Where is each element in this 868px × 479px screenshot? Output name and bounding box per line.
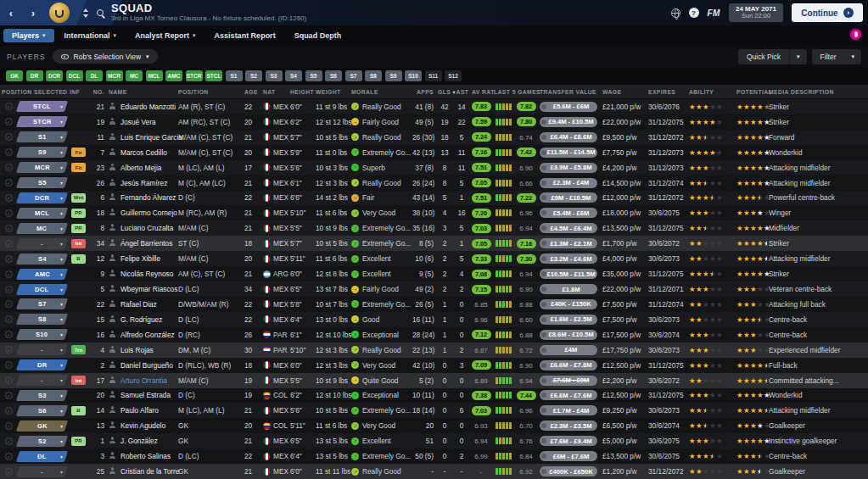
table-row[interactable]: ✓ DCR▾ Wnt 6 Fernando Álvarez D (C) 22 M…	[0, 191, 868, 206]
select-checkbox[interactable]: ✓	[0, 194, 14, 202]
position-selector[interactable]: GK▾	[14, 421, 68, 432]
select-checkbox[interactable]: ✓	[0, 270, 14, 278]
position-chip-s7[interactable]: S7	[345, 70, 362, 81]
table-row[interactable]: ✓ S10▾ 16 Alfredo González D (RC) 26 PAR…	[0, 327, 868, 343]
player-name[interactable]: Paulo Alfaro	[119, 406, 176, 415]
player-name[interactable]: Fernando Álvarez	[119, 193, 176, 202]
table-row[interactable]: ✓ MCL▾ PR 18 Guillermo Cornejo M (RC), A…	[0, 205, 868, 220]
column-header-no-[interactable]: NO.	[87, 89, 107, 95]
column-header-name[interactable]: NAME	[107, 89, 176, 95]
player-name[interactable]: Luciano Cruzalta	[119, 224, 176, 232]
table-row[interactable]: ✓ AMC▾ 9 Nicolás Reynoso AM (C), ST (C) …	[0, 266, 868, 281]
select-checkbox[interactable]: ✓	[0, 300, 14, 308]
player-name[interactable]: Luis Enrique Garcia	[119, 133, 176, 142]
column-header-position-selected[interactable]: POSITION SELECTED	[0, 89, 68, 95]
position-chip-s3[interactable]: S3	[266, 70, 283, 81]
player-name[interactable]: Wbeymar Riascos	[119, 285, 176, 293]
player-name[interactable]: Luis Rojas	[119, 346, 176, 354]
tab-squad-depth[interactable]: Squad Depth	[286, 29, 350, 42]
table-row[interactable]: ✓ STCL▾ 21 Eduardo Manzotti AM (R), ST (…	[0, 99, 868, 114]
table-row[interactable]: ✓ S5▾ 26 Jesús Ramírez M (C), AM (LC) 21…	[0, 175, 868, 191]
position-selector[interactable]: MC▾	[14, 223, 68, 234]
position-selector[interactable]: DR▾	[14, 359, 68, 370]
position-chip-mc[interactable]: MC	[126, 70, 143, 81]
position-selector[interactable]: S5▾	[14, 177, 68, 188]
info-badge[interactable]: PR	[68, 209, 87, 218]
position-selector[interactable]: MCR▾	[14, 162, 68, 173]
column-header-ast[interactable]: AST	[453, 89, 470, 95]
table-row[interactable]: ✓ MC▾ PR 8 Luciano Cruzalta M/AM (C) 21 …	[0, 220, 868, 236]
position-chip-s4[interactable]: S4	[285, 70, 302, 81]
continue-button[interactable]: Continue ›	[792, 3, 863, 22]
tab-players[interactable]: Players ▾	[3, 29, 54, 42]
position-selector[interactable]: S9▾	[14, 147, 68, 158]
player-name[interactable]: Nicolás Reynoso	[119, 270, 176, 278]
player-name[interactable]: Cristian de la Torre	[119, 467, 176, 476]
select-checkbox[interactable]: ✓	[0, 407, 14, 415]
column-header-height[interactable]: HEIGHT	[288, 89, 314, 95]
column-header-ability[interactable]: ABILITY	[687, 89, 735, 95]
select-checkbox[interactable]: ✓	[0, 376, 14, 384]
select-checkbox[interactable]: ✓	[0, 118, 14, 125]
table-row[interactable]: ✓ S8▾ 15 G. Rodríguez D (LC) 22 MEX 6'4"…	[0, 312, 868, 327]
player-name[interactable]: Rafael Diaz	[119, 300, 176, 309]
select-checkbox[interactable]: ✓	[0, 346, 14, 354]
column-header-age[interactable]: AGE	[243, 89, 261, 95]
position-selector[interactable]: S4▾	[14, 253, 68, 265]
filter-button[interactable]: Filter ▾	[812, 49, 861, 64]
info-badge[interactable]: Wnt	[68, 193, 87, 203]
position-selector[interactable]: S10▾	[14, 329, 68, 340]
player-name[interactable]: J. González	[119, 437, 176, 445]
club-crest[interactable]	[49, 3, 70, 23]
globe-icon[interactable]	[671, 8, 680, 18]
table-row[interactable]: ✓ S7▾ 22 Rafael Diaz D/WB/M/AM (R) 22 ME…	[0, 297, 868, 312]
player-name[interactable]: Arturo Orrantia	[119, 376, 176, 385]
column-header-av-rat[interactable]: AV RAT	[470, 89, 492, 95]
view-selector[interactable]: Rob's Selection View ▾	[53, 49, 158, 64]
table-row[interactable]: ✓ STCR▾ 19 Josué Vera AM (RC), ST (C) 20…	[0, 114, 868, 130]
table-row[interactable]: ✓ S6▾ B 14 Paulo Alfaro M (LC), AM (L) 2…	[0, 403, 868, 418]
info-badge[interactable]: Fit	[68, 163, 87, 172]
player-name[interactable]: Ángel Barrientos	[119, 239, 176, 248]
player-name[interactable]: Alfredo González	[119, 331, 176, 339]
tab-assistant-report[interactable]: Assistant Report	[206, 29, 284, 42]
position-selector[interactable]: S2▾	[14, 436, 68, 447]
player-name[interactable]: Alberto Mejia	[119, 164, 176, 172]
select-checkbox[interactable]: ✓	[0, 437, 14, 445]
position-selector[interactable]: -▾	[14, 344, 68, 355]
position-selector[interactable]: AMC▾	[14, 269, 68, 280]
column-header-apps[interactable]: APPS	[411, 89, 436, 95]
back-button[interactable]: ‹	[0, 0, 22, 25]
player-name[interactable]: Felipe Xibille	[119, 254, 176, 263]
select-checkbox[interactable]: ✓	[0, 103, 14, 110]
position-chip-s10[interactable]: S10	[405, 70, 422, 81]
column-header-wage[interactable]: WAGE	[601, 89, 647, 95]
player-name[interactable]: Roberto Salinas	[119, 452, 176, 460]
position-selector[interactable]: DCR▾	[14, 192, 68, 203]
select-checkbox[interactable]: ✓	[0, 179, 14, 187]
position-selector[interactable]: S1▾	[14, 131, 68, 142]
column-header-expires[interactable]: EXPIRES	[647, 89, 687, 95]
position-chip-s1[interactable]: S1	[226, 70, 243, 81]
column-header-transfer-value[interactable]: TRANSFER VALUE	[538, 89, 601, 95]
position-selector[interactable]: S3▾	[14, 390, 68, 401]
player-name[interactable]: Eduardo Manzotti	[119, 103, 176, 111]
position-selector[interactable]: DCL▾	[14, 284, 68, 295]
column-header-position[interactable]: POSITION	[176, 89, 243, 95]
table-row[interactable]: ✓ S3▾ 20 Samuel Estrada D (C) 19 COL 6'2…	[0, 388, 868, 404]
table-row[interactable]: ✓ S2▾ PR 1 J. González GK 21 MEX 6'5" 13…	[0, 433, 868, 448]
position-chip-dl[interactable]: DL	[86, 70, 103, 81]
table-row[interactable]: ✓ DR▾ 2 Daniel Burgueño D (RLC), WB (R) …	[0, 358, 868, 373]
table-row[interactable]: ✓ -▾ Trn 4 Luis Rojas DM, M (C) 30 PAR 5…	[0, 343, 868, 358]
position-selector[interactable]: -▾	[14, 375, 68, 386]
column-header-inf[interactable]: INF	[68, 89, 87, 95]
select-checkbox[interactable]: ✓	[0, 240, 14, 248]
table-row[interactable]: ✓ DCL▾ 5 Wbeymar Riascos D (LC) 34 MEX 6…	[0, 281, 868, 297]
select-checkbox[interactable]: ✓	[0, 331, 14, 338]
select-checkbox[interactable]: ✓	[0, 286, 14, 293]
select-checkbox[interactable]: ✓	[0, 315, 14, 323]
table-row[interactable]: ✓ S4▾ B 12 Felipe Xibille M/AM (C) 20 ME…	[0, 251, 868, 266]
player-name[interactable]: Jesús Ramírez	[119, 179, 176, 187]
select-checkbox[interactable]: ✓	[0, 422, 14, 430]
position-chip-s6[interactable]: S6	[325, 70, 342, 81]
